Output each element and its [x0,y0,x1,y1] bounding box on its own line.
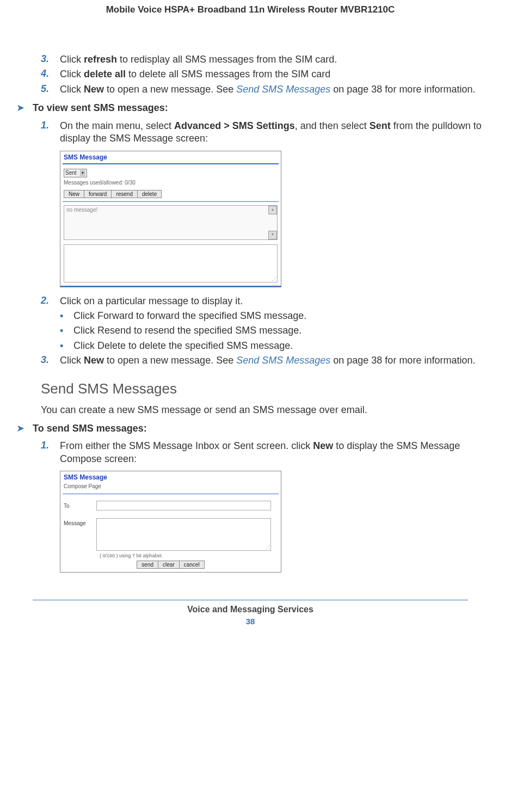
delete-button[interactable]: delete [138,190,162,198]
page-header: Mobile Voice HSPA+ Broadband 11n Wireles… [16,0,484,53]
sms-title: SMS Message [60,151,281,162]
step-text: Click New to open a new message. See Sen… [60,354,484,367]
clear-button[interactable]: clear [158,561,180,569]
cancel-button[interactable]: cancel [180,561,205,569]
compose-page-label: Compose Page [60,482,281,490]
section-heading: Send SMS Messages [41,380,484,397]
bullet-icon: • [60,324,73,337]
sms-sent-screenshot: SMS Message Sent▾ Messages used/allowed:… [60,151,281,287]
message-list[interactable]: no message! ▴ ▾ [64,205,278,240]
step-number: 1. [41,440,60,465]
footer-page-number: 38 [16,617,484,626]
step-number: 3. [41,53,60,66]
step-number: 1. [41,120,60,145]
new-button[interactable]: New [64,190,84,198]
message-body[interactable]: ⋰ [64,244,278,282]
step-number: 3. [41,354,60,367]
step-text: From either the SMS Message Inbox or Sen… [60,440,484,465]
step-number: 2. [41,295,60,307]
step-number: 5. [41,83,60,96]
empty-label: no message! [66,207,97,213]
bullet-icon: • [60,340,73,352]
send-button[interactable]: send [137,561,158,569]
chevron-down-icon: ▾ [80,170,85,176]
step-text: Click refresh to redisplay all SMS messa… [60,53,484,66]
char-counter: ( 0/160 ) using 7 bit alphabet [96,552,281,559]
message-label: Message [64,518,96,526]
task-arrow-icon: ➤ [16,423,33,435]
task-heading: To send SMS messages: [33,423,147,434]
folder-select[interactable]: Sent▾ [64,169,87,177]
task-heading: To view sent SMS messages: [33,102,168,114]
step-text: Click on a particular message to display… [60,295,484,307]
step-text: Click delete all to delete all SMS messa… [60,68,484,81]
footer-rule [33,600,468,600]
resize-handle-icon[interactable]: ⋰ [266,545,270,550]
step-text: On the main menu, select Advanced > SMS … [60,120,484,145]
sms-title: SMS Message [60,471,281,482]
xref-link[interactable]: Send SMS Messages [236,84,330,95]
message-count: Messages used/allowed: 0/30 [64,180,278,186]
step-number: 4. [41,68,60,81]
message-field[interactable]: ⋰ [96,518,271,551]
to-field[interactable] [96,501,271,510]
to-label: To [64,501,96,509]
bullet-text: Click Delete to delete the specified SMS… [73,340,293,352]
resend-button[interactable]: resend [112,190,138,198]
scroll-up-icon[interactable]: ▴ [268,206,277,214]
scroll-down-icon[interactable]: ▾ [268,231,277,239]
step-text: Click New to open a new message. See Sen… [60,83,484,96]
bullet-text: Click Resend to resend the specified SMS… [73,324,301,337]
task-arrow-icon: ➤ [16,102,33,114]
resize-handle-icon[interactable]: ⋰ [272,276,277,282]
xref-link[interactable]: Send SMS Messages [236,355,330,366]
sms-compose-screenshot: SMS Message Compose Page To Message ⋰ ( … [60,471,281,573]
section-intro: You can create a new SMS message or send… [41,404,484,416]
bullet-text: Click Forward to forward the specified S… [73,310,306,322]
footer-section: Voice and Messaging Services [16,605,484,614]
forward-button[interactable]: forward [84,190,112,198]
bullet-icon: • [60,310,73,322]
